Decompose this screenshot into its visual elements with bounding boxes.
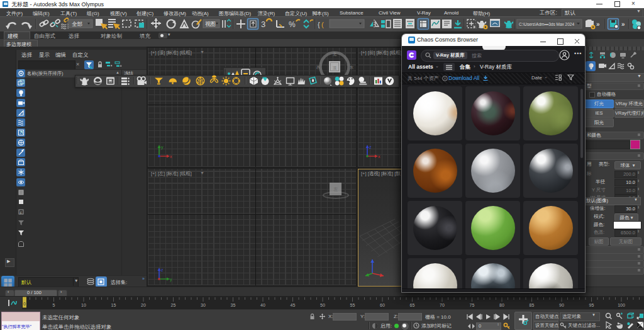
svg-text:西: 西 xyxy=(316,65,320,70)
svg-text:15: 15 xyxy=(111,303,116,307)
svg-text:北: 北 xyxy=(333,52,336,57)
svg-text:95: 95 xyxy=(589,303,594,307)
svg-text:65: 65 xyxy=(410,303,415,307)
svg-text:40: 40 xyxy=(260,303,265,307)
svg-text:»: » xyxy=(596,21,600,28)
svg-text:%: % xyxy=(289,20,296,29)
svg-text:C:\Users\Adm•••3ds Max 2024: C:\Users\Adm•••3ds Max 2024 xyxy=(519,22,574,26)
svg-text:3: 3 xyxy=(261,20,265,29)
svg-text:z: z xyxy=(369,145,372,149)
svg-text:全部: 全部 xyxy=(72,21,82,27)
svg-text:25: 25 xyxy=(171,303,176,307)
svg-text:顶: 顶 xyxy=(333,65,337,70)
svg-text:60: 60 xyxy=(380,303,385,307)
svg-text:x: x xyxy=(378,154,380,159)
svg-text:{: { xyxy=(318,21,320,28)
svg-text:左: 左 xyxy=(333,187,338,191)
svg-text:10: 10 xyxy=(81,303,86,307)
svg-text:y: y xyxy=(161,145,164,150)
svg-text:20: 20 xyxy=(141,303,146,307)
svg-text:x: x xyxy=(170,154,172,159)
svg-text:55: 55 xyxy=(350,303,355,307)
svg-text:100: 100 xyxy=(618,303,625,307)
svg-text:85: 85 xyxy=(530,303,535,307)
svg-text:z: z xyxy=(161,268,164,272)
svg-text:70: 70 xyxy=(440,303,445,307)
svg-text:F: F xyxy=(19,211,22,215)
svg-text:»: » xyxy=(621,21,625,28)
svg-text:5: 5 xyxy=(53,303,55,307)
svg-text:80: 80 xyxy=(499,303,504,307)
svg-text:35: 35 xyxy=(231,303,236,307)
svg-text:50: 50 xyxy=(320,303,325,307)
svg-text:0: 0 xyxy=(23,302,26,306)
svg-text:45: 45 xyxy=(291,303,296,307)
svg-text:30: 30 xyxy=(201,303,206,307)
svg-text:90: 90 xyxy=(559,303,564,307)
svg-text:视图: 视图 xyxy=(205,21,216,27)
svg-text:y: y xyxy=(170,277,172,282)
svg-text:(: ( xyxy=(321,21,324,28)
svg-text:东: 东 xyxy=(350,65,353,69)
svg-text:75: 75 xyxy=(470,303,475,307)
